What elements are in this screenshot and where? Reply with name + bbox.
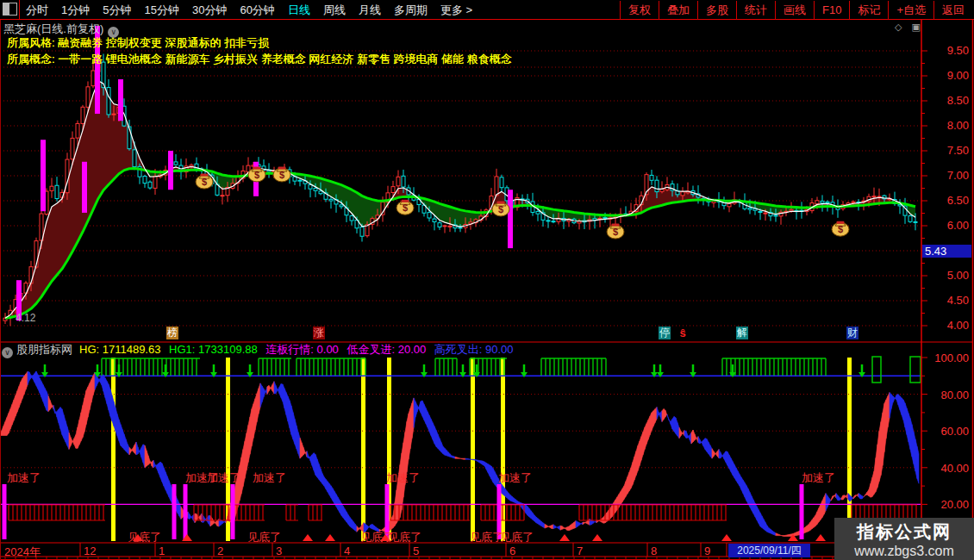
action-button-2[interactable]: 多股 xyxy=(697,1,736,20)
price-axis-label: 7.50 xyxy=(924,144,969,157)
action-button-1[interactable]: 叠加 xyxy=(659,1,697,20)
bottom-label: 见底了 xyxy=(500,530,534,545)
event-badge[interactable]: 榜 xyxy=(166,327,178,339)
event-badge[interactable]: ŝ xyxy=(677,327,689,339)
period-tab-6[interactable]: 日线 xyxy=(288,3,310,16)
period-tab-4[interactable]: 30分钟 xyxy=(192,3,227,16)
action-button-6[interactable]: 标记 xyxy=(849,1,888,20)
indicator-field-2: 连板行情: 0.00 xyxy=(265,343,341,356)
split-screen-icon[interactable] xyxy=(3,3,17,16)
price-axis-label: 9.50 xyxy=(924,44,969,57)
indicator-field-3: 低金叉进: 20.00 xyxy=(347,343,428,356)
indicator-field-4: 高死叉出: 90.00 xyxy=(434,343,514,356)
indicator-name: 股朋指标网 xyxy=(16,343,72,356)
action-button-8[interactable]: 返回 xyxy=(933,1,972,20)
svg-text:$: $ xyxy=(838,224,843,234)
time-axis-label: 12 xyxy=(84,544,96,557)
indicator-values: HG: 1711489.63 HG1: 1733109.88 连板行情: 0.0… xyxy=(79,343,519,356)
top-toolbar: 分时1分钟5分钟15分钟30分钟60分钟日线周线月线多周期更多 > 复权叠加多股… xyxy=(0,0,974,20)
period-tab-0[interactable]: 分时 xyxy=(26,3,48,16)
period-tab-3[interactable]: 15分钟 xyxy=(144,3,178,16)
svg-text:$: $ xyxy=(403,202,408,213)
period-tab-10[interactable]: 更多 > xyxy=(440,3,472,16)
style-info-line: 所属风格: 融资融券 控制权变更 深股通标的 扣非亏损 xyxy=(7,35,269,51)
time-axis-label: 7 xyxy=(577,544,583,557)
period-tab-8[interactable]: 月线 xyxy=(359,3,381,16)
svg-text:$: $ xyxy=(498,204,503,215)
time-axis-label: 2 xyxy=(217,544,223,557)
accel-label: 加速了 xyxy=(207,470,240,486)
indicator-field-1: HG1: 1733109.88 xyxy=(169,343,260,356)
accel-label: 加速了 xyxy=(253,470,286,486)
time-axis-label: 4 xyxy=(344,544,350,557)
money-bag-icon: $ xyxy=(273,166,290,182)
accel-label: 加速了 xyxy=(7,470,41,486)
low-price-label: 4.12 xyxy=(16,312,35,324)
action-button-3[interactable]: 统计 xyxy=(736,1,775,20)
action-button-5[interactable]: F10 xyxy=(814,1,849,20)
watermark-url: www.zbgs3.com xyxy=(834,544,974,559)
event-badge[interactable]: 财 xyxy=(846,327,858,339)
time-axis-label: 8 xyxy=(651,544,657,557)
page-title: 黑芝麻(日线.前复权) xyxy=(3,22,103,35)
accel-label: 加速了 xyxy=(802,470,835,486)
action-button-7[interactable]: +自选 xyxy=(888,1,933,20)
price-axis-label: 9.00 xyxy=(924,69,969,82)
indicator-axis-label: 80.00 xyxy=(924,389,969,401)
svg-text:$: $ xyxy=(279,170,284,180)
time-axis-label: 3 xyxy=(276,544,282,557)
money-bag-icon: $ xyxy=(832,221,849,237)
time-axis-label: 5 xyxy=(413,544,419,557)
bottom-label: 见底了 xyxy=(128,530,161,545)
period-tab-9[interactable]: 多周期 xyxy=(394,3,428,16)
price-axis-label: 8.00 xyxy=(924,119,969,132)
event-badge[interactable]: 涨 xyxy=(313,327,325,339)
time-axis-label: 2024年 xyxy=(4,544,41,560)
indicator-field-0: HG: 1711489.63 xyxy=(79,343,164,356)
indicator-axis-label: 40.00 xyxy=(924,462,969,475)
svg-text:$: $ xyxy=(613,227,618,237)
price-axis-label: 7.00 xyxy=(924,169,969,182)
price-axis-label: 5.00 xyxy=(924,269,969,282)
time-axis-label: 9 xyxy=(704,544,710,557)
indicator-header: ∨股朋指标网HG: 1711489.63 HG1: 1733109.88 连板行… xyxy=(2,343,519,356)
price-axis-label: 6.00 xyxy=(924,219,969,232)
chevron-circle-icon[interactable]: ∨ xyxy=(2,347,13,358)
event-badge[interactable]: 停 xyxy=(659,327,671,339)
action-button-4[interactable]: 画线 xyxy=(775,1,814,20)
period-tab-1[interactable]: 1分钟 xyxy=(61,3,90,16)
bottom-label: 见底了 xyxy=(247,530,281,545)
price-axis-label: 4.00 xyxy=(924,319,969,332)
mini-window-icons[interactable]: ◇ ▣ xyxy=(895,22,924,33)
period-tab-2[interactable]: 5分钟 xyxy=(103,3,131,16)
period-tab-7[interactable]: 周线 xyxy=(323,3,346,16)
event-badge[interactable]: 解 xyxy=(736,327,748,339)
accel-label: 加速了 xyxy=(386,470,420,486)
watermark-title: 指标公式网 xyxy=(834,520,974,544)
concept-info-line: 所属概念: 一带一路 锂电池概念 新能源车 乡村振兴 养老概念 网红经济 新零售… xyxy=(7,52,512,67)
price-axis-label: 4.50 xyxy=(924,294,969,307)
action-button-0[interactable]: 复权 xyxy=(620,1,659,20)
period-tab-5[interactable]: 60分钟 xyxy=(240,3,274,16)
price-axis-label: 6.50 xyxy=(924,194,969,207)
stock-app-window: $$$$$$$ 分时1分钟5分钟15分钟30分钟60分钟日线周线月线多周期更多 … xyxy=(0,0,974,560)
svg-text:$: $ xyxy=(254,170,259,180)
main-gridlines xyxy=(0,51,921,326)
money-bag-icon: $ xyxy=(396,200,414,215)
price-axis-label: 8.50 xyxy=(924,94,969,107)
bottom-label: 见底了 xyxy=(470,530,503,545)
current-price-tag: 5.43 xyxy=(922,245,971,258)
time-axis-label: 6 xyxy=(509,544,515,557)
watermark-box: 指标公式网 www.zbgs3.com xyxy=(834,518,974,560)
toolbar-actions: 复权叠加多股统计画线F10标记+自选返回 xyxy=(620,0,972,19)
indicator-axis-label: 100.00 xyxy=(924,352,969,364)
indicator-axis-label: 60.00 xyxy=(924,425,969,438)
indicator-axis-label: 20.00 xyxy=(924,498,969,511)
current-date-tag: 2025/09/11/四 xyxy=(728,544,810,557)
time-axis-label: 1 xyxy=(159,544,165,557)
bottom-label: 见底了 xyxy=(388,530,421,545)
svg-text:$: $ xyxy=(202,177,207,187)
period-tabs: 分时1分钟5分钟15分钟30分钟60分钟日线周线月线多周期更多 > xyxy=(26,0,485,19)
toolbar-divider xyxy=(19,0,20,19)
indicator-layer xyxy=(0,357,921,541)
